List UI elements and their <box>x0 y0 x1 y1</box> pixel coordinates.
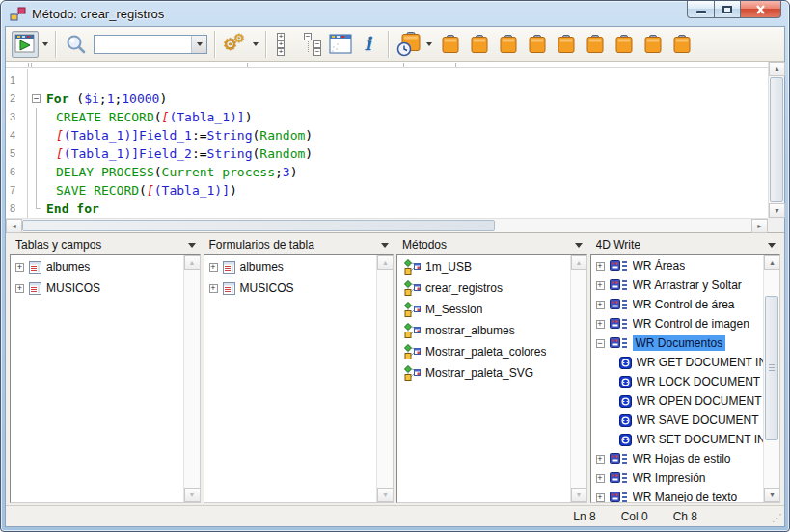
panel-header[interactable]: 4D Write <box>590 237 781 254</box>
clipboard-button[interactable] <box>529 35 546 54</box>
tree-item[interactable]: 1m_USB <box>397 256 570 278</box>
expand-box-icon[interactable]: + <box>596 281 605 290</box>
code-line[interactable] <box>29 71 768 90</box>
scrollbar-thumb[interactable] <box>22 220 495 231</box>
code-editor[interactable]: 12345678 −For ($i;1;10000)CREATE RECORD(… <box>6 62 784 233</box>
scroll-up-button[interactable]: ▲ <box>571 255 587 270</box>
tree-item[interactable]: −WR Documentos <box>591 333 764 353</box>
info-button[interactable]: i <box>354 31 381 58</box>
scroll-left-button[interactable]: ◄ <box>6 219 22 233</box>
search-combobox[interactable] <box>94 35 207 54</box>
code-line[interactable]: End for <box>29 200 768 218</box>
editor-vertical-scrollbar[interactable]: ▲ ▼ <box>768 62 784 218</box>
scroll-down-button[interactable]: ▼ <box>769 203 785 218</box>
collapse-box-icon[interactable]: − <box>596 339 605 348</box>
expand-box-icon[interactable]: + <box>596 493 605 502</box>
expand-box-icon[interactable]: + <box>596 301 605 309</box>
tree-item[interactable]: +MUSICOS <box>204 278 377 299</box>
tree-item[interactable]: WR SAVE DOCUMENT <box>591 411 764 430</box>
expand-box-icon[interactable]: + <box>596 474 605 483</box>
scrollbar-thumb[interactable] <box>765 296 778 440</box>
panel-list[interactable]: 1m_USBcrear_registrosM_Sessionmostrar_al… <box>396 254 587 503</box>
tree-item[interactable]: +WR Arrastrar y Soltar <box>591 276 764 295</box>
tree-item[interactable]: WR SET DOCUMENT INFO <box>591 430 764 449</box>
tree-item[interactable]: crear_registros <box>397 278 570 299</box>
tree-item[interactable]: +albumes <box>204 256 377 278</box>
expand-box-icon[interactable]: + <box>209 284 218 293</box>
recent-dropdown-caret[interactable] <box>426 42 432 46</box>
clipboard-button[interactable] <box>471 35 488 54</box>
expand-box-icon[interactable]: + <box>596 320 605 329</box>
expand-box-icon[interactable]: + <box>15 263 24 272</box>
code-line[interactable]: SAVE RECORD([(Tabla_1)]) <box>29 181 768 200</box>
scroll-down-button[interactable]: ▼ <box>764 488 780 502</box>
panel-dropdown-icon[interactable] <box>188 243 196 248</box>
panel-list[interactable]: +albumes+MUSICOS ▲▼ <box>204 254 395 503</box>
collapse-all-button[interactable]: − − − <box>300 31 327 58</box>
clipboard-button[interactable] <box>644 35 662 54</box>
scroll-up-button[interactable]: ▲ <box>377 255 394 270</box>
titlebar[interactable]: Método: crear_registros <box>1 1 789 26</box>
tree-item[interactable]: +WR Áreas <box>591 256 764 276</box>
panel-dropdown-icon[interactable] <box>768 243 776 248</box>
clipboard-button[interactable] <box>586 35 604 54</box>
scroll-up-button[interactable]: ▲ <box>184 255 201 270</box>
panel-dropdown-icon[interactable] <box>575 243 583 248</box>
expand-all-button[interactable]: + + + <box>273 31 300 58</box>
tree-item[interactable]: Mostrar_paleta_colores <box>397 341 570 362</box>
clipboard-button[interactable] <box>558 35 575 54</box>
panel-header[interactable]: Formularios de tabla <box>204 237 395 254</box>
tree-item[interactable]: +WR Manejo de texto <box>591 488 764 502</box>
method-settings-button[interactable]: ⚙⚙ <box>222 31 249 58</box>
tree-item[interactable]: WR GET DOCUMENT INFO <box>591 353 764 372</box>
run-dropdown-caret[interactable] <box>42 42 48 46</box>
scroll-down-button[interactable]: ▼ <box>184 488 201 502</box>
scroll-up-button[interactable]: ▲ <box>769 62 785 76</box>
panel-header[interactable]: Tablas y campos <box>10 237 201 254</box>
tree-item[interactable]: M_Session <box>397 299 570 320</box>
clipboard-button[interactable] <box>500 35 517 54</box>
settings-dropdown-caret[interactable] <box>253 42 259 46</box>
panel-scrollbar[interactable]: ▲▼ <box>570 255 586 502</box>
expand-box-icon[interactable]: + <box>209 263 218 272</box>
code-line[interactable]: [(Tabla_1)]Field_1:=String(Random) <box>29 126 768 145</box>
scrollbar-thumb[interactable] <box>770 77 783 202</box>
clipboard-button[interactable] <box>673 35 691 54</box>
tree-item[interactable]: mostrar_albumes <box>397 320 570 341</box>
resize-grip[interactable]: ⋰ <box>772 512 781 524</box>
tree-item[interactable]: +WR Control de área <box>591 295 764 314</box>
scroll-down-button[interactable]: ▼ <box>571 488 587 502</box>
panel-scrollbar[interactable]: ▲▼ <box>183 255 200 502</box>
code-line[interactable]: −For ($i;1;10000) <box>29 90 768 108</box>
panel-scrollbar[interactable]: ▲▼ <box>376 255 393 502</box>
scroll-up-button[interactable]: ▲ <box>764 255 780 270</box>
code-lines[interactable]: −For ($i;1;10000)CREATE RECORD([(Tabla_1… <box>29 69 768 218</box>
tree-item[interactable]: +albumes <box>11 256 183 278</box>
panel-dropdown-icon[interactable] <box>381 243 389 248</box>
run-method-button[interactable] <box>12 31 39 58</box>
fold-collapse-icon[interactable]: − <box>29 90 46 108</box>
clipboard-button[interactable] <box>442 35 459 54</box>
close-button[interactable] <box>741 1 781 18</box>
tree-item[interactable]: +MUSICOS <box>11 278 183 299</box>
editor-horizontal-scrollbar[interactable]: ◄ ► <box>6 218 768 232</box>
expand-box-icon[interactable]: + <box>596 262 605 271</box>
code-line[interactable]: CREATE RECORD([(Tabla_1)]) <box>29 108 768 126</box>
panel-list[interactable]: +WR Áreas+WR Arrastrar y Soltar+WR Contr… <box>590 254 781 503</box>
panel-list[interactable]: +albumes+MUSICOS ▲▼ <box>10 254 201 503</box>
tree-item[interactable]: Mostrar_paleta_SVG <box>397 362 570 384</box>
tree-item[interactable]: +WR Impresión <box>591 468 764 488</box>
show-form-button[interactable] <box>327 31 354 58</box>
search-dropdown-button[interactable] <box>191 36 206 53</box>
scroll-right-button[interactable]: ► <box>751 219 768 233</box>
maximize-button[interactable] <box>715 1 741 18</box>
clipboard-button[interactable] <box>615 35 633 54</box>
tree-item[interactable]: WR OPEN DOCUMENT <box>591 391 764 411</box>
tree-item[interactable]: +WR Control de imagen <box>591 314 764 333</box>
tree-item[interactable]: +WR Hojas de estilo <box>591 449 764 468</box>
search-input[interactable] <box>95 37 191 52</box>
tree-item[interactable]: WR LOCK DOCUMENT <box>591 372 764 391</box>
panel-scrollbar[interactable]: ▲▼ <box>763 255 779 502</box>
expand-box-icon[interactable]: + <box>15 284 24 293</box>
minimize-button[interactable] <box>687 1 715 18</box>
